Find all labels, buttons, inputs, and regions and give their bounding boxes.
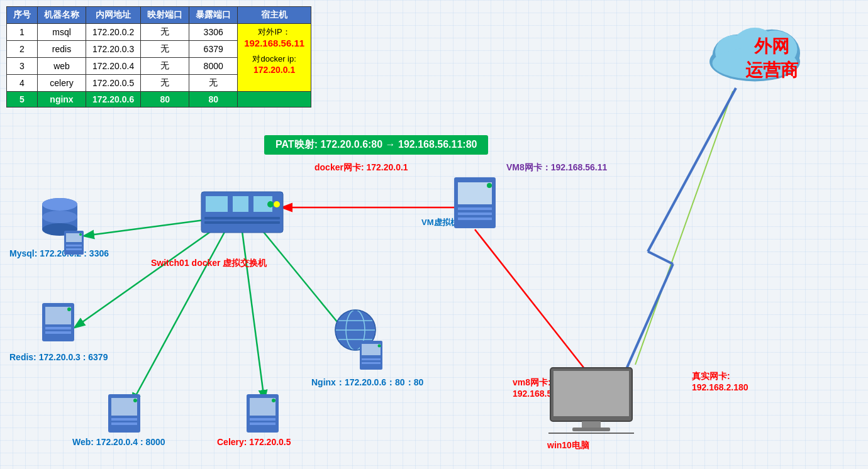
label-win10: win10电脑 (547, 440, 589, 451)
svg-rect-37 (458, 182, 492, 204)
col-header-name: 机器名称 (38, 7, 86, 24)
svg-rect-50 (111, 422, 137, 425)
pat-banner: PAT映射: 172.20.0.6:80 → 192.168.56.11:80 (264, 135, 488, 155)
col-header-ip: 内网地址 (86, 7, 141, 24)
host-info: 对外IP： 192.168.56.11 对docker ip: 172.20.0… (238, 24, 311, 92)
svg-line-3 (242, 231, 264, 399)
label-web: Web: 172.20.0.4 : 8000 (72, 437, 165, 447)
svg-rect-64 (362, 344, 381, 355)
celery-server-icon (245, 393, 280, 436)
svg-point-27 (79, 233, 82, 236)
svg-point-51 (133, 399, 137, 402)
label-docker-nic: docker网卡: 172.20.0.1 (314, 162, 408, 174)
svg-rect-65 (362, 358, 381, 360)
label-redis: Redis: 172.20.0.3 : 6379 (9, 352, 108, 362)
vm-host-icon (453, 176, 497, 232)
svg-rect-71 (572, 428, 610, 431)
svg-line-2 (132, 226, 228, 402)
label-outer-net: 外网运营商 (745, 35, 798, 82)
label-celery: Celery: 172.20.0.5 (217, 437, 291, 447)
label-mysql: Mysql: 172.20.0.2 : 3306 (9, 248, 109, 258)
svg-point-21 (42, 211, 77, 223)
svg-rect-39 (458, 212, 492, 215)
col-header-mapped: 映射端口 (141, 7, 189, 24)
svg-rect-25 (66, 245, 82, 246)
svg-rect-54 (250, 418, 275, 421)
label-vm8-nic: VM8网卡：192.168.56.11 (506, 162, 607, 174)
svg-point-56 (272, 399, 275, 402)
svg-rect-33 (204, 221, 280, 224)
svg-rect-45 (45, 331, 71, 334)
svg-rect-48 (111, 398, 137, 416)
svg-line-9 (648, 251, 673, 264)
svg-rect-66 (362, 362, 381, 364)
svg-rect-38 (458, 207, 492, 210)
table-row: 1 msql 172.20.0.2 无 3306 对外IP： 192.168.5… (7, 24, 311, 41)
svg-point-41 (487, 183, 492, 188)
svg-line-6 (475, 229, 591, 377)
svg-rect-32 (204, 217, 280, 219)
label-nginx: Nginx：172.20.0.6：80：80 (311, 377, 423, 389)
svg-line-10 (623, 264, 673, 377)
nginx-server-icon (359, 339, 384, 373)
svg-rect-69 (554, 371, 629, 416)
col-header-exposed: 暴露端口 (189, 7, 238, 24)
table-row: 5 nginx 172.20.0.6 80 80 (7, 92, 311, 108)
network-table: 序号 机器名称 内网地址 映射端口 暴露端口 宿主机 1 msql 172.20… (6, 6, 311, 108)
svg-rect-55 (250, 422, 275, 425)
svg-point-46 (67, 307, 71, 311)
svg-point-34 (267, 201, 274, 207)
svg-point-67 (378, 345, 381, 348)
svg-rect-40 (458, 218, 492, 220)
svg-rect-26 (66, 248, 82, 250)
svg-rect-72 (548, 433, 634, 434)
col-header-id: 序号 (7, 7, 38, 24)
redis-server-icon (41, 302, 75, 345)
svg-line-7 (635, 91, 733, 365)
svg-rect-53 (250, 398, 275, 416)
svg-rect-44 (45, 327, 71, 329)
mysql-server-icon (63, 229, 85, 258)
svg-rect-43 (45, 307, 71, 324)
switch-icon (198, 189, 286, 241)
win10-computer-icon (547, 365, 635, 436)
svg-point-22 (42, 198, 77, 211)
svg-rect-29 (206, 196, 228, 212)
col-header-host: 宿主机 (238, 7, 311, 24)
svg-point-35 (274, 201, 280, 207)
svg-rect-30 (233, 196, 248, 212)
svg-line-8 (648, 88, 736, 251)
label-switch: Switch01 docker 虚拟交换机 (151, 258, 267, 269)
web-server-icon (107, 393, 142, 436)
svg-rect-49 (111, 418, 137, 421)
label-real-card: 真实网卡: 192.168.2.180 (692, 371, 748, 392)
